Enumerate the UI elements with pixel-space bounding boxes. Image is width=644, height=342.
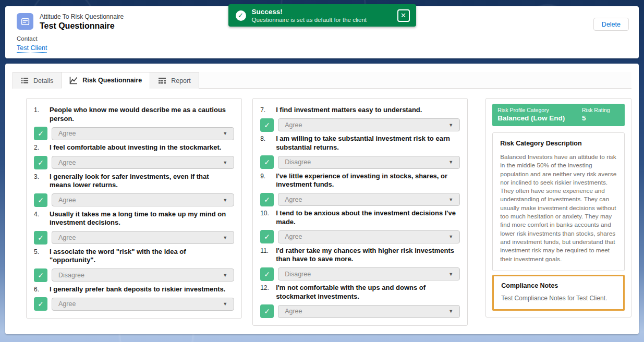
question-item: 8.I am willing to take substantial inves…	[260, 135, 460, 169]
dropdown-arrow-icon: ▼	[448, 197, 453, 202]
answer-dropdown[interactable]: Agree▼	[52, 231, 234, 244]
tab-label: Report	[171, 77, 191, 84]
answer-dropdown[interactable]: Disagree▼	[278, 156, 460, 169]
dropdown-arrow-icon: ▼	[223, 235, 227, 240]
tab-report[interactable]: Report	[150, 72, 199, 89]
risk-rating-label: Risk Rating	[582, 106, 619, 114]
question-number: 1.	[34, 106, 50, 123]
answered-check-icon: ✓	[34, 297, 47, 311]
question-number: 4.	[34, 210, 50, 227]
question-text: I feel comfortable about investing in th…	[50, 143, 234, 152]
success-toast: ✓ Success! Questionnaire is set as defau…	[228, 4, 416, 27]
tab-details[interactable]: Details	[13, 72, 62, 89]
answered-check-icon: ✓	[34, 156, 47, 169]
risk-result-panel: Risk Profile Category Balanced (Low End)…	[485, 98, 631, 317]
answered-check-icon: ✓	[34, 268, 47, 282]
dropdown-arrow-icon: ▼	[223, 160, 227, 165]
question-text: I generally prefer bank deposits to risk…	[50, 285, 234, 294]
answer-value: Agree	[58, 300, 76, 308]
question-text: People who know me would describe me as …	[50, 106, 234, 123]
answered-check-icon: ✓	[34, 193, 47, 207]
question-text: I am willing to take substantial investm…	[276, 135, 460, 152]
answer-value: Agree	[58, 130, 76, 137]
question-number: 6.	[34, 285, 50, 294]
list-icon	[21, 77, 29, 84]
question-item: 9.I've little experience of investing in…	[260, 172, 460, 206]
chart-line-icon	[69, 76, 78, 84]
answer-dropdown[interactable]: Agree▼	[52, 298, 234, 311]
page-title: Test Questionnaire	[40, 21, 124, 31]
question-column-1: 1.People who know me would describe me a…	[26, 98, 242, 319]
question-column-2: 7.I find investment matters easy to unde…	[252, 98, 468, 326]
question-item: 12.I'm not comfortable with the ups and …	[260, 284, 460, 318]
answered-check-icon: ✓	[34, 127, 47, 140]
question-number: 12.	[260, 284, 276, 301]
question-item: 1.People who know me would describe me a…	[34, 106, 234, 140]
toast-message: Questionnaire is set as default for the …	[252, 16, 397, 23]
question-item: 11.I'd rather take my chances with highe…	[260, 247, 460, 281]
contact-link[interactable]: Test Client	[17, 44, 47, 53]
question-text: Usually it takes me a long time to make …	[50, 210, 234, 227]
answer-dropdown[interactable]: Disagree▼	[278, 267, 460, 280]
question-number: 11.	[260, 247, 276, 264]
dropdown-arrow-icon: ▼	[448, 160, 453, 165]
answer-value: Disagree	[285, 271, 311, 278]
answer-dropdown[interactable]: Disagree▼	[52, 268, 234, 282]
answer-value: Agree	[285, 233, 302, 240]
question-number: 9.	[260, 172, 276, 189]
answer-value: Agree	[58, 197, 76, 204]
toast-title: Success!	[252, 8, 397, 16]
dropdown-arrow-icon: ▼	[448, 123, 453, 128]
answer-dropdown[interactable]: Agree▼	[52, 127, 234, 140]
compliance-notes-box: Compliance Notes Test Compliance Notes f…	[492, 275, 625, 311]
risk-description-box: Risk Category Description Balanced Inves…	[492, 132, 625, 271]
question-item: 4.Usually it takes me a long time to mak…	[34, 210, 234, 245]
answered-check-icon: ✓	[260, 118, 274, 132]
dropdown-arrow-icon: ▼	[223, 273, 227, 278]
dropdown-arrow-icon: ▼	[223, 131, 227, 136]
question-text: I'd rather take my chances with higher r…	[276, 247, 460, 264]
record-type-label: Attitude To Risk Questionnaire	[40, 13, 124, 21]
question-item: 2.I feel comfortable about investing in …	[34, 143, 234, 169]
question-text: I generally look for safer investments, …	[50, 173, 234, 190]
question-number: 10.	[260, 209, 276, 226]
risk-profile-header: Risk Profile Category Balanced (Low End)…	[492, 104, 625, 126]
questionnaire-card: DetailsRisk QuestionnaireReport 1.People…	[5, 64, 639, 334]
risk-rating-value: 5	[582, 114, 619, 123]
answered-check-icon: ✓	[34, 231, 47, 245]
answer-value: Agree	[285, 121, 302, 129]
dropdown-arrow-icon: ▼	[448, 309, 453, 314]
tab-label: Details	[33, 77, 53, 84]
answer-value: Agree	[58, 234, 76, 241]
answer-dropdown[interactable]: Agree▼	[278, 305, 460, 318]
answer-value: Agree	[285, 196, 302, 203]
contact-field-label: Contact	[17, 35, 628, 42]
question-text: I'm not comfortable with the ups and dow…	[276, 284, 460, 301]
answered-check-icon: ✓	[260, 193, 274, 206]
question-text: I've little experience of investing in s…	[276, 172, 460, 189]
delete-button[interactable]: Delete	[593, 18, 629, 31]
risk-category-value: Balanced (Low End)	[497, 114, 565, 123]
answer-dropdown[interactable]: Agree▼	[52, 156, 234, 169]
question-number: 7.	[260, 106, 276, 115]
answer-value: Disagree	[58, 272, 84, 279]
tab-risk-questionnaire[interactable]: Risk Questionnaire	[61, 72, 150, 89]
answer-dropdown[interactable]: Agree▼	[278, 230, 460, 243]
dropdown-arrow-icon: ▼	[223, 301, 227, 307]
answer-dropdown[interactable]: Agree▼	[278, 118, 460, 131]
dropdown-arrow-icon: ▼	[448, 272, 453, 277]
answered-check-icon: ✓	[260, 267, 274, 281]
question-text: I associate the word "risk" with the ide…	[50, 248, 234, 265]
answer-dropdown[interactable]: Agree▼	[278, 193, 460, 206]
risk-category-label: Risk Profile Category	[497, 106, 565, 114]
risk-description-text: Balanced Investors have an attitude to r…	[500, 153, 617, 263]
toast-close-icon[interactable]: ✕	[397, 9, 410, 22]
record-header-card: Attitude To Risk Questionnaire Test Ques…	[5, 6, 639, 58]
answered-check-icon: ✓	[260, 230, 274, 243]
questionnaire-record-icon	[17, 13, 33, 30]
question-text: I tend to be anxious about the investmen…	[276, 209, 460, 226]
answer-dropdown[interactable]: Agree▼	[52, 193, 234, 206]
question-item: 7.I find investment matters easy to unde…	[260, 106, 460, 132]
question-number: 5.	[34, 248, 50, 265]
question-item: 5.I associate the word "risk" with the i…	[34, 248, 234, 282]
